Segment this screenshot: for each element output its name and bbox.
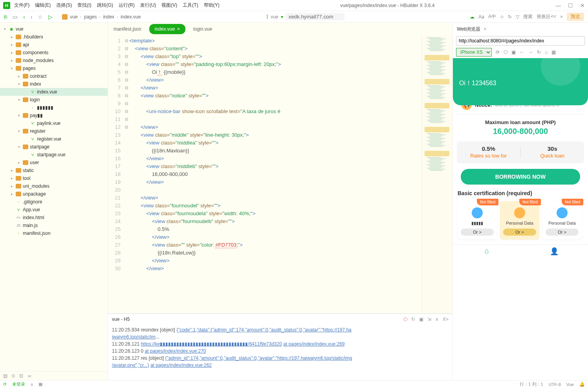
console-restart-icon[interactable]: ↻: [411, 317, 415, 322]
target-icon[interactable]: ⟟: [266, 13, 268, 20]
editor-tab[interactable]: manifest.json: [108, 24, 147, 34]
console-link[interactable]: at pages/index/index.vue:262: [150, 362, 212, 368]
console-stop-icon[interactable]: ⬡: [403, 317, 407, 322]
menu-item[interactable]: 查找(I): [77, 2, 91, 9]
editor-tab[interactable]: index.vue×: [149, 24, 185, 34]
tab-user-icon[interactable]: 👤: [520, 247, 588, 256]
tree-item[interactable]: ▸static: [0, 167, 108, 174]
tree-item[interactable]: ▾register: [0, 127, 108, 135]
tree-item[interactable]: Vpaylink.vue: [0, 119, 108, 127]
target-icon[interactable]: ⊙: [11, 373, 15, 379]
replace-label[interactable]: 替换区<<: [537, 13, 556, 20]
tree-item[interactable]: ▸uni_modules: [0, 182, 108, 190]
forward-icon[interactable]: ›: [31, 14, 33, 20]
tree-item[interactable]: VApp.vue: [0, 206, 108, 214]
tree-item[interactable]: ▾index: [0, 80, 108, 88]
filter-icon[interactable]: ▽: [516, 14, 519, 20]
cert-card[interactable]: Not filled▮▮▮▮▮Or >: [458, 201, 497, 240]
link-icon[interactable]: ⫘: [27, 373, 32, 379]
console-link[interactable]: {"code":1,"data":{"admin_id":174,"amount…: [176, 327, 352, 333]
menu-item[interactable]: 视图(V): [161, 2, 177, 9]
tree-item[interactable]: ▾pages: [0, 64, 108, 72]
screenshot-icon[interactable]: ▣: [511, 49, 516, 55]
cert-card[interactable]: Not filledPersonal DataOr >: [542, 201, 582, 240]
run-url-input[interactable]: [286, 13, 344, 20]
lang-icon[interactable]: A中: [488, 13, 496, 20]
tree-item[interactable]: ▸user: [0, 159, 108, 167]
card-action[interactable]: Or >: [461, 229, 494, 236]
cloud-icon[interactable]: ☁: [470, 14, 474, 20]
tree-item[interactable]: ▸contract: [0, 72, 108, 80]
search-label[interactable]: 搜索: [523, 13, 533, 20]
tree-item[interactable]: ▾pay▮▮: [0, 112, 108, 119]
tree-item[interactable]: ▸tool: [0, 174, 108, 182]
star-icon[interactable]: ☆: [38, 14, 43, 20]
run-icon[interactable]: ▷: [48, 14, 53, 20]
tree-item[interactable]: ▸.hbuilderx: [0, 33, 108, 41]
menu-item[interactable]: 选择(S): [56, 2, 72, 9]
breadcrumb-item[interactable]: vue: [70, 14, 77, 20]
notification-icon[interactable]: 🔔: [579, 382, 585, 387]
console-collapse-icon[interactable]: ∧: [435, 317, 439, 322]
tree-item[interactable]: Vregister.vue: [0, 135, 108, 143]
tree-item[interactable]: ▸components: [0, 49, 108, 57]
minimap[interactable]: [421, 35, 452, 313]
tree-item[interactable]: ▸unpackage: [0, 190, 108, 198]
tree-item[interactable]: <>index.html: [0, 214, 108, 221]
menu-item[interactable]: 跳转(G): [97, 2, 113, 9]
console-link[interactable]: /avatar.png","cr...}: [112, 362, 149, 368]
console-output[interactable]: 11:20:25.934 resindex [object] {"code":1…: [108, 325, 452, 380]
refresh-icon[interactable]: ⟳: [496, 49, 500, 55]
tree-item[interactable]: ▸node_modules: [0, 57, 108, 64]
sync-icon[interactable]: ⟳: [3, 382, 7, 387]
console-tab[interactable]: vue - H5: [112, 317, 130, 322]
menu-item[interactable]: 文件(F): [14, 2, 29, 9]
editor-tab[interactable]: login.vue: [188, 24, 218, 34]
home-icon[interactable]: ⌂: [545, 49, 548, 55]
menu-item[interactable]: 帮助(Y): [204, 2, 220, 9]
preview-viewport[interactable]: Oi！1234563 📢 Notice: axa de juros é tão …: [453, 58, 588, 380]
menu-item[interactable]: 工具(T): [183, 2, 198, 9]
card-action[interactable]: Or >: [546, 229, 579, 236]
tree-item[interactable]: ▫▮▮▮▮▮▮: [0, 104, 108, 112]
maximize-icon[interactable]: ☐: [568, 2, 573, 9]
code-content[interactable]: <template> <view class="content"> <view …: [129, 35, 421, 313]
console-clear-icon[interactable]: ▣: [419, 317, 423, 322]
browser-tab-close-icon[interactable]: ×: [484, 26, 486, 32]
encoding[interactable]: UTF-8: [549, 382, 561, 387]
menu-item[interactable]: 发行(U): [140, 2, 156, 9]
tree-item[interactable]: Vindex.vue: [0, 88, 108, 96]
device-select[interactable]: iPhone XS: [456, 48, 492, 57]
tab-home-icon[interactable]: ⌂: [453, 247, 520, 256]
preview-button[interactable]: 预览: [567, 13, 584, 21]
cert-card[interactable]: Not filledPersonal DataOr >: [500, 201, 539, 240]
browser-url-input[interactable]: [456, 36, 585, 46]
browser-tab-label[interactable]: Web浏览器: [457, 26, 480, 33]
tab-close-icon[interactable]: ×: [177, 26, 180, 32]
tree-item[interactable]: ▫.gitignore: [0, 198, 108, 206]
minimize-icon[interactable]: —: [555, 2, 561, 9]
console-link[interactable]: https://ke▮▮▮▮▮▮▮▮▮▮▮▮▮▮▮▮▮▮▮▮▮▮▮▮▮▮▮▮▮▮…: [141, 341, 282, 347]
tree-root[interactable]: ▾ ▣ vue: [0, 25, 108, 33]
grid-icon[interactable]: ▦: [38, 382, 42, 387]
tree-item[interactable]: Vstartpage.vue: [0, 151, 108, 159]
tree-item[interactable]: ▫manifest.json: [0, 229, 108, 237]
console-link[interactable]: {"admin_id":174,"amount":0,"audit_status…: [165, 355, 352, 361]
list-icon[interactable]: ≡: [31, 382, 33, 387]
menu-item[interactable]: 编辑(E): [35, 2, 51, 9]
panel-icon[interactable]: ▤: [3, 373, 7, 379]
console-link[interactable]: at pages/index/index.vue:269: [283, 341, 344, 347]
login-status[interactable]: 未登录: [12, 381, 25, 387]
nav-forward-icon[interactable]: →: [528, 49, 533, 55]
breadcrumb-item[interactable]: pages: [84, 14, 97, 20]
tree-item[interactable]: ▾login: [0, 96, 108, 104]
console-link[interactable]: at pages/index/index.vue:270: [145, 348, 206, 354]
nav-back-icon[interactable]: ←: [520, 49, 524, 55]
breadcrumb-item[interactable]: index.vue: [121, 14, 141, 20]
borrow-button[interactable]: BORROWING NOW: [461, 169, 580, 185]
collapse-icon[interactable]: ⊟: [19, 373, 23, 379]
text-icon[interactable]: Aa: [478, 14, 484, 20]
close-icon[interactable]: ✕: [580, 2, 585, 9]
console-close-icon[interactable]: X>: [443, 317, 449, 322]
language-mode[interactable]: Vue: [566, 382, 574, 387]
